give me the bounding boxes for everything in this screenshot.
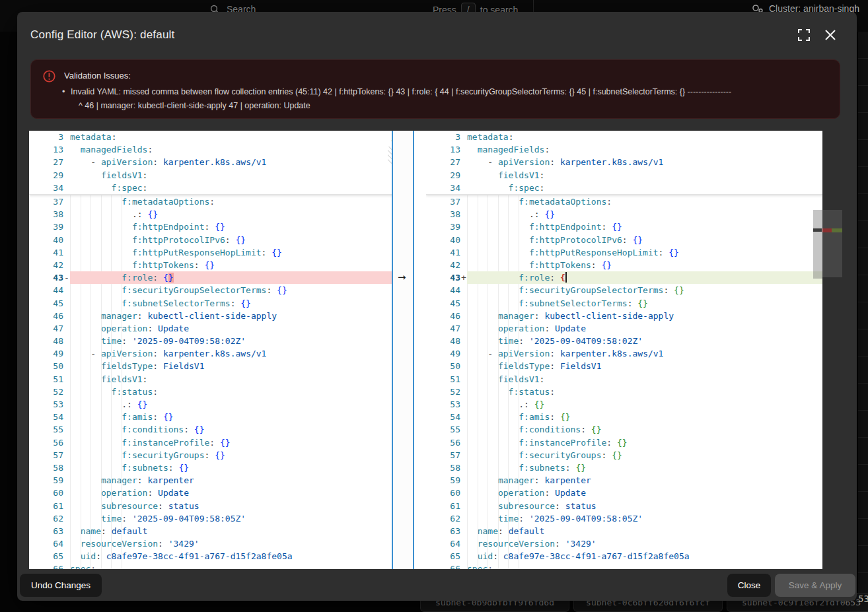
- code-line-right-46[interactable]: 46 manager: kubectl-client-side-apply: [426, 310, 822, 322]
- code-line-right-61[interactable]: 61 subresource: status: [426, 500, 822, 512]
- code-line-left-48[interactable]: 48 time: '2025-09-04T09:58:02Z': [29, 335, 403, 347]
- code-line-right-58[interactable]: 58 f:subnets: {}: [426, 461, 822, 474]
- code-line-left-43[interactable]: 43- f:role: {}: [29, 271, 403, 284]
- code-text[interactable]: f:conditions: {}: [70, 423, 403, 436]
- code-line-right-49[interactable]: 49 - apiVersion: karpenter.k8s.aws/v1: [426, 347, 822, 360]
- code-text[interactable]: f:amis: {}: [70, 411, 403, 423]
- code-text[interactable]: fieldsV1:: [70, 373, 403, 386]
- code-line-left-41[interactable]: 41 f:httpPutResponseHopLimit: {}: [29, 246, 403, 259]
- code-line-right-38[interactable]: 38 .: {}: [426, 208, 822, 221]
- code-line-right-55[interactable]: 55 f:conditions: {}: [426, 423, 822, 436]
- code-text[interactable]: f:instanceProfile: {}: [70, 436, 403, 449]
- fullscreen-button[interactable]: [798, 29, 811, 42]
- code-line-right-37[interactable]: 37 f:metadataOptions:: [426, 195, 822, 208]
- original-code[interactable]: 37 f:metadataOptions:38 .: {}39 f:httpEn…: [29, 195, 403, 569]
- code-line-left-61[interactable]: 61 subresource: status: [29, 500, 403, 512]
- code-line-left-42[interactable]: 42 f:httpTokens: {}: [29, 259, 403, 271]
- code-text[interactable]: fieldsV1:: [467, 373, 822, 386]
- code-text[interactable]: f:httpPutResponseHopLimit: {}: [467, 246, 822, 259]
- code-line-left-64[interactable]: 64 resourceVersion: '3429': [29, 537, 403, 550]
- code-line-left-57[interactable]: 57 f:securityGroups: {}: [29, 449, 403, 461]
- code-line-left-60[interactable]: 60 operation: Update: [29, 487, 403, 499]
- code-line-left-38[interactable]: 38 .: {}: [29, 208, 403, 221]
- code-line-left-40[interactable]: 40 f:httpProtocolIPv6: {}: [29, 234, 403, 246]
- code-text[interactable]: time: '2025-09-04T09:58:02Z': [467, 335, 822, 347]
- undo-changes-button[interactable]: Undo Changes: [20, 574, 102, 597]
- code-line-right-45[interactable]: 45 f:subnetSelectorTerms: {}: [426, 297, 822, 310]
- code-line-left-55[interactable]: 55 f:conditions: {}: [29, 423, 403, 436]
- code-line-right-54[interactable]: 54 f:amis: {}: [426, 411, 822, 423]
- code-line-right-66[interactable]: 66spec:: [426, 562, 822, 569]
- code-text[interactable]: .: {}: [70, 398, 403, 411]
- code-text[interactable]: f:securityGroupSelectorTerms: {}: [467, 284, 822, 296]
- code-text[interactable]: f:httpEndpoint: {}: [70, 221, 403, 233]
- code-text[interactable]: f:httpEndpoint: {}: [467, 221, 822, 233]
- scrollbar-thumb[interactable]: [813, 210, 822, 279]
- code-line-left-54[interactable]: 54 f:amis: {}: [29, 411, 403, 423]
- code-line-right-51[interactable]: 51 fieldsV1:: [426, 373, 822, 386]
- code-line-right-62[interactable]: 62 time: '2025-09-04T09:58:05Z': [426, 512, 822, 525]
- code-line-right-56[interactable]: 56 f:instanceProfile: {}: [426, 436, 822, 449]
- code-line-left-51[interactable]: 51 fieldsV1:: [29, 373, 403, 386]
- dialog-close-button[interactable]: [824, 29, 838, 42]
- code-line-right-40[interactable]: 40 f:httpProtocolIPv6: {}: [426, 234, 822, 246]
- code-text[interactable]: f:metadataOptions:: [467, 195, 822, 208]
- code-text[interactable]: - apiVersion: karpenter.k8s.aws/v1: [467, 347, 822, 360]
- overview-ruler[interactable]: [822, 131, 842, 569]
- code-text[interactable]: f:status:: [467, 386, 822, 398]
- code-text[interactable]: f:securityGroups: {}: [70, 449, 403, 461]
- code-line-right-39[interactable]: 39 f:httpEndpoint: {}: [426, 221, 822, 233]
- code-line-left-58[interactable]: 58 f:subnets: {}: [29, 461, 403, 474]
- code-line-right-52[interactable]: 52 f:status:: [426, 386, 822, 398]
- code-text[interactable]: f:httpPutResponseHopLimit: {}: [70, 246, 403, 259]
- code-text[interactable]: f:conditions: {}: [467, 423, 822, 436]
- code-text[interactable]: f:httpProtocolIPv6: {}: [70, 234, 403, 246]
- code-text[interactable]: subresource: status: [70, 500, 403, 512]
- code-text[interactable]: - apiVersion: karpenter.k8s.aws/v1: [70, 347, 403, 360]
- code-line-right-48[interactable]: 48 time: '2025-09-04T09:58:02Z': [426, 335, 822, 347]
- code-line-right-44[interactable]: 44 f:securityGroupSelectorTerms: {}: [426, 284, 822, 296]
- code-line-right-60[interactable]: 60 operation: Update: [426, 487, 822, 499]
- code-line-left-52[interactable]: 52 f:status:: [29, 386, 403, 398]
- code-text[interactable]: f:httpTokens: {}: [70, 259, 403, 271]
- overview-ruler-slider[interactable]: [822, 210, 842, 277]
- code-text[interactable]: name: default: [70, 525, 403, 537]
- code-text[interactable]: subresource: status: [467, 500, 822, 512]
- code-line-left-45[interactable]: 45 f:subnetSelectorTerms: {}: [29, 297, 403, 310]
- code-text[interactable]: f:subnets: {}: [70, 461, 403, 474]
- code-line-right-64[interactable]: 64 resourceVersion: '3429': [426, 537, 822, 550]
- code-text[interactable]: .: {}: [467, 398, 822, 411]
- code-text[interactable]: operation: Update: [70, 487, 403, 499]
- code-text[interactable]: f:httpProtocolIPv6: {}: [467, 234, 822, 246]
- code-text[interactable]: fieldsType: FieldsV1: [467, 360, 822, 372]
- code-line-left-47[interactable]: 47 operation: Update: [29, 322, 403, 335]
- code-text[interactable]: f:status:: [70, 386, 403, 398]
- code-line-left-39[interactable]: 39 f:httpEndpoint: {}: [29, 221, 403, 233]
- code-line-left-49[interactable]: 49 - apiVersion: karpenter.k8s.aws/v1: [29, 347, 403, 360]
- code-text[interactable]: name: default: [467, 525, 822, 537]
- code-text[interactable]: manager: kubectl-client-side-apply: [467, 310, 822, 322]
- code-text[interactable]: .: {}: [70, 208, 403, 221]
- diff-editor[interactable]: 37 f:metadataOptions:38 .: {}39 f:httpEn…: [29, 131, 822, 569]
- code-text[interactable]: f:subnetSelectorTerms: {}: [70, 297, 403, 310]
- code-line-right-41[interactable]: 41 f:httpPutResponseHopLimit: {}: [426, 246, 822, 259]
- code-text[interactable]: resourceVersion: '3429': [467, 537, 822, 550]
- close-button[interactable]: Close: [727, 574, 771, 597]
- code-text[interactable]: uid: c8afe97e-38cc-4f91-a767-d15f2a8fe05…: [70, 550, 403, 562]
- code-line-right-59[interactable]: 59 manager: karpenter: [426, 474, 822, 487]
- code-line-left-62[interactable]: 62 time: '2025-09-04T09:58:05Z': [29, 512, 403, 525]
- code-text[interactable]: time: '2025-09-04T09:58:05Z': [70, 512, 403, 525]
- code-text[interactable]: manager: karpenter: [467, 474, 822, 487]
- code-line-right-63[interactable]: 63 name: default: [426, 525, 822, 537]
- code-line-right-57[interactable]: 57 f:securityGroups: {}: [426, 449, 822, 461]
- code-text[interactable]: f:amis: {}: [467, 411, 822, 423]
- code-line-right-43[interactable]: 43+ f:role: {: [426, 271, 822, 284]
- code-text[interactable]: .: {}: [467, 208, 822, 221]
- code-line-left-44[interactable]: 44 f:securityGroupSelectorTerms: {}: [29, 284, 403, 296]
- code-text[interactable]: resourceVersion: '3429': [70, 537, 403, 550]
- code-text[interactable]: spec:: [70, 562, 403, 569]
- code-line-right-42[interactable]: 42 f:httpTokens: {}: [426, 259, 822, 271]
- code-text[interactable]: fieldsType: FieldsV1: [70, 360, 403, 372]
- code-text[interactable]: f:instanceProfile: {}: [467, 436, 822, 449]
- code-text[interactable]: f:securityGroups: {}: [467, 449, 822, 461]
